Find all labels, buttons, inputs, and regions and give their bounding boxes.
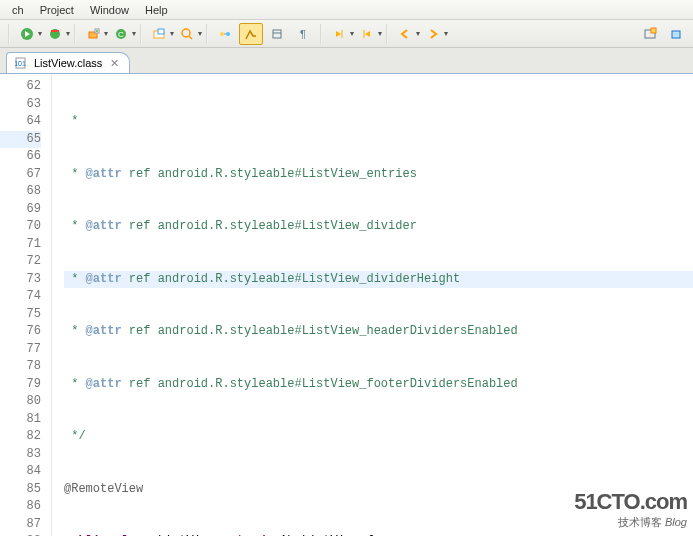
line-num: 78 — [0, 358, 41, 376]
code-editor[interactable]: 62 63 64 65 66 67 68 69 70 71 72 73 74 7… — [0, 74, 693, 536]
perspective-button[interactable] — [638, 23, 662, 45]
svg-text:101: 101 — [15, 60, 26, 67]
svg-rect-23 — [672, 31, 680, 38]
dropdown-icon[interactable]: ▾ — [416, 29, 420, 38]
toolbar: ▾ ▾ ▾ C▾ ▾ ▾ ¶ ▾ ▾ ▾ ▾ — [0, 20, 693, 48]
line-num: 77 — [0, 341, 41, 359]
separator — [386, 24, 388, 44]
forward-button[interactable] — [421, 23, 445, 45]
toggle-breadcrumb-button[interactable] — [213, 23, 237, 45]
code-line: * @attr ref android.R.styleable#ListView… — [64, 166, 693, 184]
back-button[interactable] — [393, 23, 417, 45]
line-num: 87 — [0, 516, 41, 534]
line-num: 67 — [0, 166, 41, 184]
svg-point-14 — [226, 32, 230, 36]
code-line: * @attr ref android.R.styleable#ListView… — [64, 376, 693, 394]
svg-text:¶: ¶ — [300, 28, 306, 40]
code-line: */ — [64, 428, 693, 446]
line-num: 86 — [0, 498, 41, 516]
line-num: 83 — [0, 446, 41, 464]
run-button[interactable] — [15, 23, 39, 45]
line-num: 72 — [0, 253, 41, 271]
separator — [74, 24, 76, 44]
line-num: 84 — [0, 463, 41, 481]
code-line: @RemoteView — [64, 481, 693, 499]
dropdown-icon[interactable]: ▾ — [198, 29, 202, 38]
line-num: 68 — [0, 183, 41, 201]
tab-filename: ListView.class — [34, 57, 102, 69]
line-num: 76 — [0, 323, 41, 341]
dropdown-icon[interactable]: ▾ — [170, 29, 174, 38]
editor-tabs: 101 ListView.class ✕ — [0, 48, 693, 74]
dropdown-icon[interactable]: ▾ — [38, 29, 42, 38]
line-num: 74 — [0, 288, 41, 306]
code-area[interactable]: * * @attr ref android.R.styleable#ListVi… — [52, 74, 693, 536]
line-num: 63 — [0, 96, 41, 114]
dropdown-icon[interactable]: ▾ — [104, 29, 108, 38]
class-file-icon: 101 — [15, 57, 29, 69]
svg-rect-10 — [158, 29, 164, 34]
dropdown-icon[interactable]: ▾ — [132, 29, 136, 38]
dropdown-icon[interactable]: ▾ — [350, 29, 354, 38]
toggle-mark-button[interactable] — [239, 23, 263, 45]
debug-button[interactable] — [43, 23, 67, 45]
line-num: 70 — [0, 218, 41, 236]
dropdown-icon[interactable]: ▾ — [66, 29, 70, 38]
separator — [140, 24, 142, 44]
svg-text:C: C — [118, 30, 124, 39]
search-button[interactable] — [175, 23, 199, 45]
code-line: * @attr ref android.R.styleable#ListView… — [64, 323, 693, 341]
line-num: 65 — [0, 131, 41, 149]
tab-listview[interactable]: 101 ListView.class ✕ — [6, 52, 130, 73]
line-num: 71 — [0, 236, 41, 254]
code-line: * — [64, 113, 693, 131]
line-num: 81 — [0, 411, 41, 429]
menu-search[interactable]: ch — [4, 1, 32, 19]
svg-rect-22 — [651, 28, 656, 33]
line-num: 62 — [0, 78, 41, 96]
close-icon[interactable]: ✕ — [110, 57, 119, 70]
code-line-highlighted: * @attr ref android.R.styleable#ListView… — [64, 271, 693, 289]
dropdown-icon[interactable]: ▾ — [444, 29, 448, 38]
line-num: 79 — [0, 376, 41, 394]
line-num: 80 — [0, 393, 41, 411]
separator — [320, 24, 322, 44]
svg-point-13 — [220, 32, 224, 36]
menu-help[interactable]: Help — [137, 1, 176, 19]
svg-point-11 — [182, 29, 190, 37]
svg-rect-2 — [51, 30, 59, 32]
separator — [8, 24, 10, 44]
java-perspective-button[interactable] — [664, 23, 688, 45]
line-num: 64 — [0, 113, 41, 131]
menu-bar: ch Project Window Help — [0, 0, 693, 20]
dropdown-icon[interactable]: ▾ — [378, 29, 382, 38]
line-num: 82 — [0, 428, 41, 446]
toggle-block-button[interactable] — [265, 23, 289, 45]
prev-annotation-button[interactable] — [355, 23, 379, 45]
open-type-button[interactable] — [147, 23, 171, 45]
line-num: 85 — [0, 481, 41, 499]
toggle-whitespace-button[interactable]: ¶ — [291, 23, 315, 45]
new-class-button[interactable]: C — [109, 23, 133, 45]
line-num: 75 — [0, 306, 41, 324]
line-num: 66 — [0, 148, 41, 166]
line-num: 73 — [0, 271, 41, 289]
line-num: 69 — [0, 201, 41, 219]
menu-project[interactable]: Project — [32, 1, 82, 19]
code-line: * @attr ref android.R.styleable#ListView… — [64, 218, 693, 236]
new-package-button[interactable] — [81, 23, 105, 45]
svg-rect-16 — [273, 30, 281, 38]
separator — [206, 24, 208, 44]
next-annotation-button[interactable] — [327, 23, 351, 45]
line-numbers: 62 63 64 65 66 67 68 69 70 71 72 73 74 7… — [0, 74, 52, 536]
svg-line-12 — [189, 36, 192, 39]
menu-window[interactable]: Window — [82, 1, 137, 19]
